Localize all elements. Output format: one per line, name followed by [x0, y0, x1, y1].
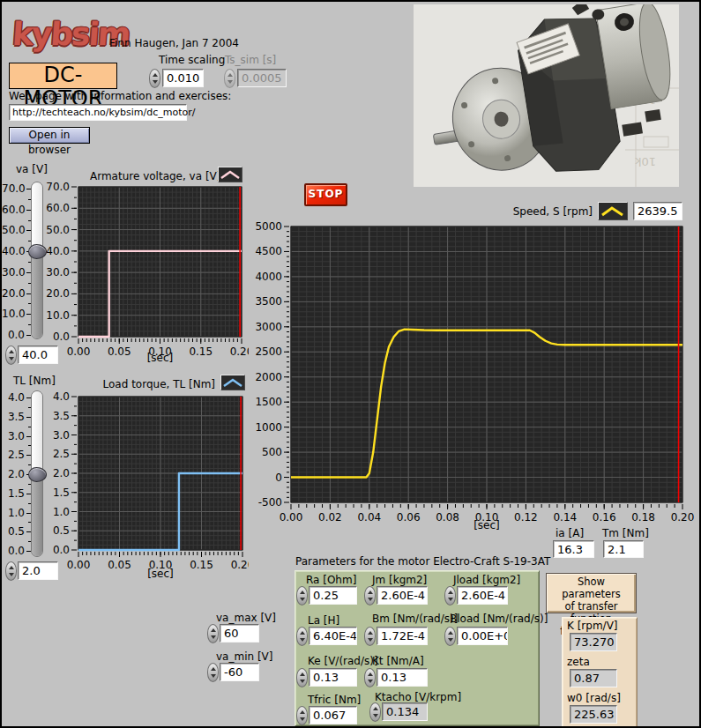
svg-text:0.00: 0.00	[280, 511, 303, 524]
param-spinner-9[interactable]	[369, 702, 381, 722]
page-title: DC-MOTOR	[9, 63, 117, 89]
svg-text:2500: 2500	[255, 345, 282, 358]
svg-text:10k: 10k	[634, 155, 656, 168]
va-min-spinner[interactable]	[207, 663, 219, 682]
param-input-7[interactable]: 0.13	[377, 668, 428, 687]
param-spinner-7[interactable]	[364, 668, 376, 687]
tl-slider-scale-label: 2.5	[2, 449, 25, 461]
open-in-browser-button[interactable]: Open in browser	[9, 127, 90, 144]
params-title: Parameters for the motor Electro-Craft S…	[295, 556, 550, 568]
param-label-7: Kt [Nm/A]	[372, 656, 424, 667]
param-label-5: Bload [Nm/(rad/s)]	[450, 613, 548, 625]
va-value-spinner[interactable]	[5, 345, 17, 365]
tl-slider-scale-label: 3.5	[2, 412, 25, 423]
param-input-6[interactable]: 0.13	[309, 668, 357, 687]
param-spinner-3[interactable]	[296, 627, 308, 646]
va-min-input[interactable]: -60	[220, 663, 259, 681]
param-label-0: Ra [Ohm]	[306, 575, 356, 586]
va-slider-scale-label: 60.0	[2, 204, 25, 216]
svg-text:0.5: 0.5	[53, 524, 70, 537]
load-torque-chart: 0.00.51.01.52.02.53.03.54.00.000.050.100…	[41, 390, 249, 595]
param-label-2: Jload [kgm2]	[453, 575, 520, 586]
time-scaling-spinner[interactable]	[149, 69, 160, 88]
ia-indicator: 16.3	[553, 540, 594, 558]
svg-text:3500: 3500	[255, 295, 282, 308]
param-input-1[interactable]: 2.60E-4	[377, 586, 428, 605]
param-spinner-6[interactable]	[296, 668, 308, 687]
va-slider-tick	[26, 335, 31, 336]
svg-text:0.15: 0.15	[190, 559, 213, 571]
param-spinner-2[interactable]	[444, 586, 456, 605]
svg-text:0.08: 0.08	[436, 511, 459, 524]
param-input-8[interactable]: 0.067	[309, 706, 357, 724]
param-label-1: Jm [kgm2]	[372, 575, 427, 586]
speed-legend-label: Speed, S [rpm]	[496, 206, 593, 218]
svg-text:4500: 4500	[255, 245, 282, 257]
va-slider-track[interactable]	[31, 182, 43, 339]
param-spinner-4[interactable]	[364, 627, 376, 646]
tl-slider-scale-label: 0.5	[2, 526, 25, 538]
show-transfer-params-button[interactable]: Show parameters of transfer function fro…	[546, 573, 637, 613]
ts-sim-input: 0.0005	[237, 69, 287, 87]
param-input-5[interactable]: 0.00E+0	[457, 627, 508, 645]
svg-text:0.06: 0.06	[397, 511, 421, 524]
svg-text:1500: 1500	[255, 396, 282, 408]
svg-text:3.0: 3.0	[53, 429, 70, 442]
svg-text:0.05: 0.05	[108, 559, 131, 571]
va-slider-scale-label: 50.0	[2, 225, 25, 236]
va-slider-scale-label: 40.0	[2, 246, 25, 257]
stop-button[interactable]: STOP	[304, 183, 347, 206]
param-input-9[interactable]: 0.134	[382, 702, 428, 721]
tl-slider-scale-label: 0.0	[2, 546, 25, 557]
tl-slider-scale-label: 3.0	[2, 431, 25, 442]
param-input-4[interactable]: 1.72E-4	[377, 627, 428, 645]
svg-text:0.04: 0.04	[357, 511, 381, 524]
tl-slider-scale-label: 1.5	[2, 488, 25, 500]
svg-text:[sec]: [sec]	[147, 352, 174, 364]
svg-text:[sec]: [sec]	[474, 519, 500, 531]
ts-sim-label: Ts_sim [s]	[225, 55, 276, 66]
va-slider-scale-label: 10.0	[2, 308, 25, 320]
param-input-0[interactable]: 0.25	[309, 586, 357, 605]
speed-indicator: 2639.5	[633, 202, 682, 220]
author-byline: Finn Haugen, Jan 7 2004	[109, 38, 239, 49]
param-spinner-5[interactable]	[444, 627, 456, 646]
svg-text:0.15: 0.15	[189, 345, 213, 358]
param-input-3[interactable]: 6.40E-4	[309, 627, 357, 645]
param-label-4: Bm [Nm/(rad/s)]	[372, 613, 458, 625]
va-max-label: va_max [V]	[216, 613, 276, 624]
kybsim-dc-motor-window: kybsim Finn Haugen, Jan 7 2004 Time scal…	[0, 0, 701, 728]
svg-text:0.05: 0.05	[108, 345, 131, 358]
tl-value-spinner[interactable]	[5, 561, 17, 581]
param-input-2[interactable]: 2.60E-4	[457, 586, 508, 605]
url-input[interactable]: http://techteach.no/kybsim/dc_motor/	[9, 104, 187, 121]
va-slider-scale-label: 30.0	[2, 267, 25, 279]
param-label-3: La [H]	[308, 615, 339, 627]
va-max-spinner[interactable]	[207, 624, 219, 643]
param-spinner-8[interactable]	[296, 706, 308, 725]
va-slider-scale-label: 0.0	[2, 330, 25, 341]
tm-indicator: 2.1	[603, 540, 644, 558]
svg-text:0.20: 0.20	[671, 511, 695, 524]
va-max-input[interactable]: 60	[220, 624, 259, 643]
svg-text:10.0: 10.0	[46, 309, 70, 322]
time-scaling-input[interactable]: 0.010	[162, 69, 204, 87]
speed-legend-icon[interactable]	[598, 202, 628, 220]
param-spinner-1[interactable]	[364, 586, 376, 605]
svg-text:20.0: 20.0	[46, 287, 70, 300]
svg-text:-500: -500	[258, 496, 282, 509]
svg-text:4000: 4000	[255, 271, 282, 283]
param-spinner-0[interactable]	[296, 586, 308, 605]
svg-text:0.20: 0.20	[231, 559, 249, 571]
tf-output-value-0: 73.270	[570, 633, 617, 651]
web-note: Web page with information and exercises:	[9, 91, 231, 102]
svg-text:0.18: 0.18	[631, 511, 655, 524]
tf-output-value-2: 225.63	[570, 705, 617, 724]
tl-slider-scale-label: 4.0	[2, 392, 25, 404]
svg-text:0.12: 0.12	[514, 511, 538, 524]
svg-text:2.5: 2.5	[53, 448, 70, 460]
svg-text:30.0: 30.0	[46, 266, 70, 279]
svg-text:4.0: 4.0	[53, 390, 70, 403]
svg-text:2000: 2000	[255, 371, 282, 383]
tl-slider-scale-label: 1.0	[2, 508, 25, 519]
